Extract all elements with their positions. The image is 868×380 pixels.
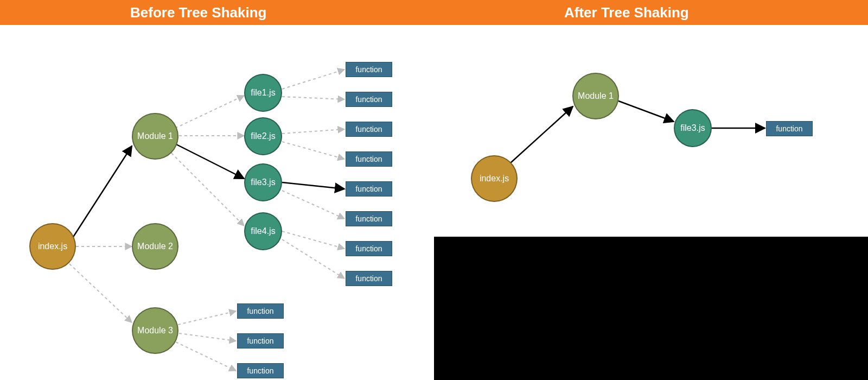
svg-line-14 [282, 239, 344, 278]
svg-line-11 [282, 182, 344, 189]
before-fn-box: function [346, 271, 392, 286]
svg-line-10 [282, 142, 344, 159]
node-label: file2.js [251, 131, 275, 141]
before-node-file3: file3.js [244, 163, 282, 201]
after-title: After Tree Shaking [564, 4, 689, 21]
svg-line-6 [171, 153, 244, 226]
before-fn-box: function [346, 122, 392, 137]
svg-line-19 [618, 101, 674, 122]
svg-line-18 [510, 106, 573, 163]
header-bar: Before Tree Shaking After Tree Shaking [0, 0, 868, 25]
after-fn-box: function [766, 121, 813, 136]
svg-line-2 [69, 264, 132, 322]
svg-line-9 [282, 129, 344, 134]
node-label: file1.js [251, 88, 275, 98]
after-node-file3: file3.js [674, 109, 712, 147]
node-label: index.js [38, 242, 67, 251]
before-node-index: index.js [29, 223, 76, 270]
svg-line-15 [178, 311, 236, 325]
before-node-file2: file2.js [244, 117, 282, 155]
svg-line-17 [176, 342, 236, 371]
svg-line-8 [282, 97, 344, 99]
before-fn-box: function [346, 62, 392, 77]
before-fn-box: function [346, 151, 392, 167]
svg-line-0 [72, 146, 132, 239]
svg-line-5 [176, 144, 244, 179]
before-mod3-fn-box: function [237, 363, 284, 378]
before-node-module1: Module 1 [132, 113, 178, 160]
before-node-module3: Module 3 [132, 307, 178, 354]
before-node-module2: Module 2 [132, 223, 178, 270]
before-fn-box: function [346, 92, 392, 107]
before-mod3-fn-box: function [237, 333, 284, 349]
after-panel: index.js Module 1 file3.js function [434, 25, 868, 380]
black-fill [434, 237, 868, 380]
svg-line-7 [282, 69, 344, 89]
before-node-file1: file1.js [244, 74, 282, 112]
svg-line-3 [175, 96, 244, 128]
svg-line-16 [179, 333, 236, 341]
svg-line-13 [282, 231, 344, 249]
before-panel: index.js Module 1 Module 2 Module 3 file… [0, 25, 434, 380]
before-node-file4: file4.js [244, 212, 282, 250]
after-node-module1: Module 1 [572, 73, 619, 119]
node-label: file3.js [680, 123, 705, 133]
node-label: Module 1 [137, 131, 173, 141]
before-fn-box: function [346, 181, 392, 197]
node-label: Module 1 [578, 91, 614, 101]
node-label: Module 3 [137, 326, 173, 335]
before-fn-box: function [346, 211, 392, 226]
node-label: file4.js [251, 226, 275, 236]
node-label: index.js [480, 174, 509, 183]
after-node-index: index.js [471, 155, 518, 202]
before-edges [0, 25, 434, 380]
svg-line-12 [282, 191, 344, 219]
before-fn-box: function [346, 241, 392, 256]
node-label: Module 2 [137, 242, 173, 251]
before-mod3-fn-box: function [237, 303, 284, 319]
node-label: file3.js [251, 178, 275, 187]
before-title: Before Tree Shaking [130, 4, 266, 21]
